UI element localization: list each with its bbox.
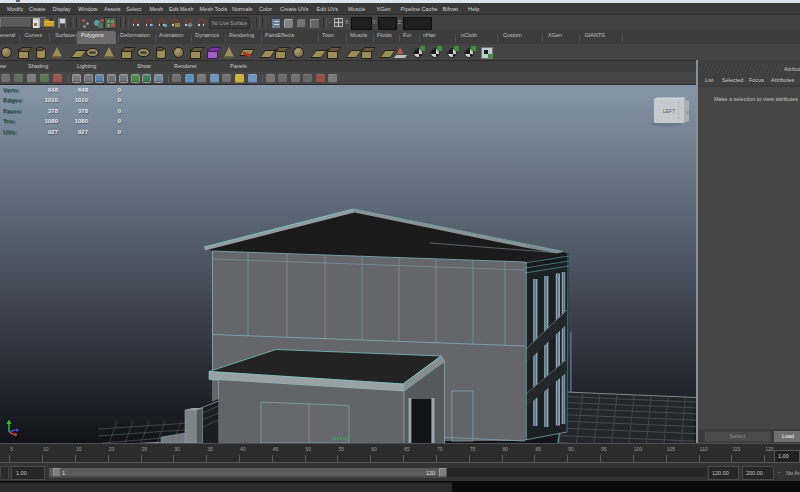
svg-text:LEFT: LEFT [663,108,675,114]
svg-text:x: x [687,109,690,115]
svg-text:persp: persp [333,435,350,441]
